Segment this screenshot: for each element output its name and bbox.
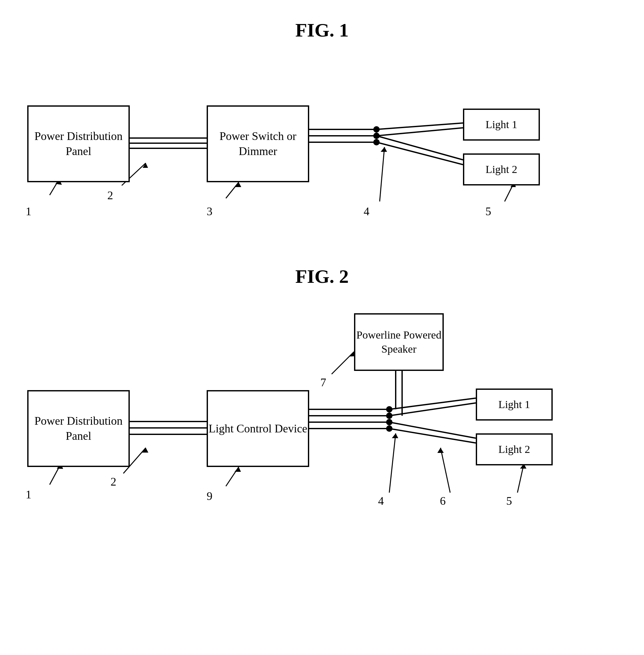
svg-line-12 — [376, 142, 463, 165]
power-distribution-panel-1: Power Distribution Panel — [27, 106, 130, 182]
label-9: 9 — [207, 489, 212, 503]
light2-box: Light 2 — [463, 154, 540, 185]
fig2-title: FIG. 2 — [0, 253, 644, 300]
svg-line-48 — [389, 434, 396, 493]
light1b-box: Light 1 — [476, 389, 553, 421]
svg-marker-51 — [437, 448, 444, 453]
light2b-box: Light 2 — [476, 434, 553, 465]
svg-line-44 — [331, 352, 354, 374]
label-7: 7 — [320, 376, 326, 389]
label-5: 5 — [485, 205, 491, 218]
label-2b: 2 — [111, 475, 116, 488]
label-4b: 4 — [378, 494, 384, 508]
label-6: 6 — [440, 494, 446, 508]
svg-marker-49 — [392, 434, 398, 438]
power-distribution-panel-2: Power Distribution Panel — [27, 390, 130, 467]
svg-marker-20 — [381, 147, 387, 152]
label-1b: 1 — [26, 488, 31, 501]
light1-box: Light 1 — [463, 109, 540, 141]
light-control-device: Light Control Device — [207, 390, 309, 467]
label-3: 3 — [207, 205, 212, 218]
fig2-diagram: Power Distribution Panel Light Control D… — [8, 300, 636, 531]
svg-line-19 — [380, 147, 385, 202]
label-4: 4 — [364, 205, 369, 218]
label-5b: 5 — [506, 494, 512, 508]
fig1-diagram: Power Distribution Panel Power Switch or… — [8, 54, 636, 253]
label-1: 1 — [26, 205, 31, 218]
powerline-speaker: Powerline Powered Speaker — [354, 313, 444, 371]
fig1-title: FIG. 1 — [0, 0, 644, 54]
svg-line-50 — [440, 448, 450, 493]
svg-line-11 — [376, 136, 463, 160]
power-switch-dimmer: Power Switch or Dimmer — [207, 106, 309, 182]
label-2: 2 — [107, 189, 113, 202]
